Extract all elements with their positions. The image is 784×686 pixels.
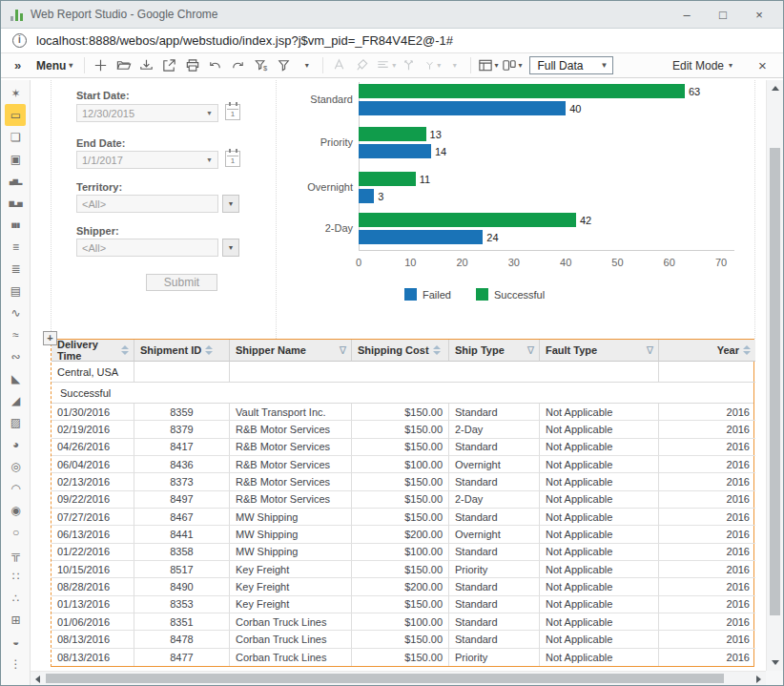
print-button[interactable] bbox=[182, 55, 202, 76]
org-chart-icon[interactable]: ╦ bbox=[5, 543, 26, 565]
line-chart-icon[interactable]: ∿ bbox=[5, 301, 26, 323]
table-cell[interactable]: $150.00 bbox=[352, 561, 449, 578]
table-cell[interactable]: Standard bbox=[449, 596, 540, 613]
table-cell[interactable]: Not Applicable bbox=[540, 544, 659, 561]
sort-icon[interactable] bbox=[743, 345, 751, 355]
table-row[interactable]: 02/13/20168373R&B Motor Services$150.00S… bbox=[52, 473, 753, 490]
table-cell[interactable]: 2016 bbox=[659, 631, 755, 648]
table-cell[interactable]: 08/28/2016 bbox=[52, 578, 134, 595]
table-cell[interactable]: Not Applicable bbox=[540, 578, 659, 595]
gantt-chart-icon[interactable]: ⊞ bbox=[5, 609, 26, 631]
table-cell[interactable]: 08/13/2016 bbox=[52, 631, 134, 648]
table-cell[interactable]: 8379 bbox=[134, 421, 230, 438]
tabular-object-icon[interactable]: ❏ bbox=[5, 126, 26, 148]
table-cell[interactable]: $150.00 bbox=[352, 509, 449, 526]
donut-chart-icon[interactable]: ◎ bbox=[5, 455, 26, 477]
table-cell[interactable]: R&B Motor Services bbox=[230, 456, 352, 473]
table-cell[interactable]: $150.00 bbox=[352, 631, 449, 648]
table-cell[interactable]: $100.00 bbox=[352, 613, 449, 631]
table-cell[interactable]: 06/04/2016 bbox=[52, 456, 134, 473]
table-cell[interactable]: Standard bbox=[449, 613, 540, 631]
bar-standard-successful[interactable] bbox=[359, 84, 685, 98]
more-tools-chevron-icon[interactable]: ▾ bbox=[297, 55, 317, 76]
table-cell[interactable]: $150.00 bbox=[352, 649, 449, 666]
table-cell[interactable]: 2016 bbox=[659, 421, 755, 438]
table-cell[interactable]: 01/06/2016 bbox=[52, 613, 134, 631]
line-marker-chart-icon[interactable]: ∾ bbox=[5, 345, 26, 367]
pie-chart-icon[interactable]: ◕ bbox=[5, 433, 26, 455]
site-info-icon[interactable]: i bbox=[12, 33, 27, 48]
filter-funnel-icon[interactable]: ∇ bbox=[527, 344, 534, 357]
table-cell[interactable]: 2016 bbox=[659, 649, 755, 666]
table-cell[interactable]: Vault Transport Inc. bbox=[230, 404, 352, 421]
stacked-area-chart-icon[interactable]: ◢ bbox=[5, 389, 26, 411]
table-options-icon[interactable]: ▾ bbox=[477, 55, 498, 76]
table-cell[interactable]: Standard bbox=[449, 404, 540, 421]
table-cell[interactable]: MW Shipping bbox=[230, 526, 352, 543]
table-cell[interactable]: $150.00 bbox=[352, 439, 449, 456]
sort-icon[interactable] bbox=[205, 345, 213, 355]
open-report-button[interactable] bbox=[113, 55, 134, 76]
filter-icon[interactable] bbox=[274, 55, 294, 76]
table-cell[interactable]: Corban Truck Lines bbox=[230, 631, 352, 648]
multi-line-chart-icon[interactable]: ≈ bbox=[5, 323, 26, 345]
subreport-object-icon[interactable]: ▣ bbox=[5, 148, 26, 170]
bar-priority-successful[interactable] bbox=[359, 127, 426, 141]
table-cell[interactable]: Key Freight bbox=[230, 561, 352, 578]
table-cell[interactable]: Not Applicable bbox=[540, 439, 659, 456]
table-cell[interactable]: Standard bbox=[449, 509, 540, 526]
table-cell[interactable]: 2016 bbox=[659, 491, 755, 509]
table-cell[interactable]: Standard bbox=[449, 439, 540, 456]
table-cell[interactable]: 8436 bbox=[134, 456, 230, 473]
table-cell[interactable]: R&B Motor Services bbox=[230, 439, 352, 456]
bar-chart[interactable]: Standard6340Priority1314Overnight1132-Da… bbox=[31, 80, 766, 319]
table-row[interactable]: 01/30/20168359Vault Transport Inc.$150.0… bbox=[52, 404, 753, 421]
close-window-button[interactable]: × bbox=[745, 8, 774, 22]
table-cell[interactable]: 2016 bbox=[659, 404, 755, 421]
table-cell[interactable]: 2016 bbox=[659, 561, 755, 578]
vertical-scroll-thumb[interactable] bbox=[770, 148, 780, 615]
scroll-down-icon[interactable] bbox=[772, 660, 779, 665]
table-cell[interactable]: Not Applicable bbox=[540, 491, 659, 509]
minimize-button[interactable]: – bbox=[672, 8, 701, 22]
table-row[interactable]: 07/27/20168467MW Shipping$150.00Standard… bbox=[52, 509, 753, 526]
table-cell[interactable]: Overnight bbox=[449, 456, 540, 473]
table-cell[interactable]: 08/13/2016 bbox=[52, 649, 134, 666]
table-cell[interactable]: Not Applicable bbox=[540, 596, 659, 613]
table-cell[interactable]: Standard bbox=[449, 578, 540, 595]
table-cell[interactable]: 02/19/2016 bbox=[52, 421, 134, 438]
table-row[interactable]: 01/13/20168353Key Freight$150.00Standard… bbox=[52, 596, 753, 613]
table-cell[interactable]: Standard bbox=[449, 544, 540, 561]
table-cell[interactable]: 2016 bbox=[659, 544, 755, 561]
table-cell[interactable]: $150.00 bbox=[352, 404, 449, 421]
filter-values-icon[interactable]: $ bbox=[251, 55, 271, 76]
table-cell[interactable]: $200.00 bbox=[352, 578, 449, 595]
column-header-ship-type[interactable]: Ship Type∇ bbox=[449, 340, 540, 362]
column-header-fault-type[interactable]: Fault Type∇ bbox=[540, 340, 659, 362]
bench-chart-icon[interactable]: ▆▂▅ bbox=[5, 192, 26, 214]
layout-options-icon[interactable]: ▾ bbox=[501, 55, 522, 76]
table-cell[interactable]: 8477 bbox=[134, 649, 230, 666]
table-cell[interactable]: $150.00 bbox=[352, 421, 449, 438]
bar-2-day-failed[interactable] bbox=[359, 230, 483, 244]
area-3d-chart-icon[interactable]: ▨ bbox=[5, 411, 26, 433]
table-cell[interactable]: 2016 bbox=[659, 473, 755, 490]
ring-chart-icon[interactable]: ○ bbox=[5, 521, 26, 543]
scatter-chart-icon[interactable]: ∴ bbox=[5, 587, 26, 609]
scroll-right-icon[interactable] bbox=[756, 676, 761, 683]
arc-chart-icon[interactable]: ◠ bbox=[5, 477, 26, 499]
table-cell[interactable]: 02/13/2016 bbox=[52, 473, 134, 490]
table-cell[interactable]: Not Applicable bbox=[540, 404, 659, 421]
table-cell[interactable]: $200.00 bbox=[352, 526, 449, 543]
group-row[interactable]: Central, USA bbox=[52, 362, 753, 383]
table-cell[interactable]: 8359 bbox=[134, 404, 230, 421]
scroll-up-icon[interactable] bbox=[772, 86, 779, 91]
table-cell[interactable]: 8497 bbox=[134, 491, 230, 509]
report-canvas[interactable]: Start Date: 12/30/2015 ▼ 1 End Date: 1/1… bbox=[31, 80, 766, 671]
table-cell[interactable]: 8467 bbox=[134, 509, 230, 526]
table-cell[interactable]: 2016 bbox=[659, 439, 755, 456]
table-cell[interactable]: R&B Motor Services bbox=[230, 421, 352, 438]
table-cell[interactable]: Not Applicable bbox=[540, 456, 659, 473]
bar-overnight-successful[interactable] bbox=[359, 172, 416, 186]
sort-icon[interactable] bbox=[121, 345, 129, 355]
